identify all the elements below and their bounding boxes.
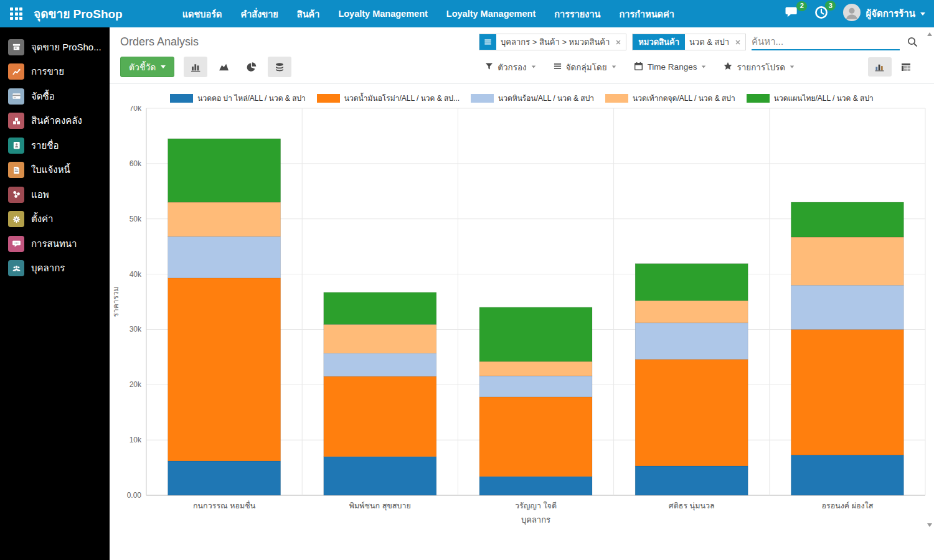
bar-segment[interactable] (791, 455, 903, 495)
pivot-view-button[interactable] (894, 57, 918, 77)
bar-segment[interactable] (479, 362, 592, 376)
x-tick-label: กนกวรรณ หอมชื่น (193, 500, 256, 510)
sidebar-item-label: ตั้งค่า (31, 212, 54, 226)
measures-button[interactable]: ตัวชี้วัด (120, 57, 174, 77)
messages-button[interactable]: 2 (785, 6, 800, 22)
funnel-icon (485, 62, 493, 72)
x-tick-label: วรัญญา ใจดี (515, 502, 557, 510)
menu-reporting[interactable]: การรายงาน (554, 7, 600, 21)
apps-grid-icon[interactable] (10, 7, 22, 20)
activities-button[interactable]: 3 (814, 6, 828, 22)
breadcrumb: Orders Analysis (120, 35, 199, 49)
bar-segment[interactable] (635, 323, 748, 360)
legend-item[interactable]: นวดแผนไทย/ALL / นวด & สปา (747, 92, 874, 104)
search-facet-category[interactable]: หมวดสินค้า นวด & สปา (632, 34, 746, 50)
x-tick-label: อรอนงค์ ผ่องใส (821, 502, 873, 510)
user-name: ผู้จัดการร้าน (866, 6, 915, 21)
bar-segment[interactable] (324, 324, 436, 353)
chevron-down-icon (161, 65, 166, 68)
scrollbar-down-arrow[interactable] (927, 523, 932, 527)
sidebar-item-label: การขาย (31, 64, 64, 79)
app-title[interactable]: จุดขาย ProShop (34, 4, 123, 23)
facet-remove-button[interactable] (614, 40, 626, 45)
bar-segment[interactable] (791, 237, 903, 285)
facet-value: บุคลากร > สินค้า > หมวดสินค้า (496, 35, 614, 49)
sidebar-item-settings[interactable]: ตั้งค่า (0, 207, 110, 232)
bar-segment[interactable] (324, 353, 436, 376)
bar-segment[interactable] (635, 359, 748, 465)
bar-segment[interactable] (324, 292, 436, 325)
sidebar-item-label: แอพ (31, 187, 49, 202)
bar-chart-type-button[interactable] (184, 57, 207, 77)
sidebar-item-purchase[interactable]: จัดซื้อ (0, 84, 110, 109)
sidebar-item-employees[interactable]: บุคลากร (0, 256, 110, 281)
graph-view-button[interactable] (868, 57, 892, 77)
legend-item[interactable]: นวดน้ำมันอโรม่า/ALL / นวด & สป... (317, 92, 460, 104)
bar-segment[interactable] (635, 301, 748, 323)
menu-dashboard[interactable]: แดชบอร์ด (182, 7, 222, 21)
bar-segment[interactable] (791, 202, 903, 237)
legend-item[interactable]: นวดเท้ากดจุด/ALL / นวด & สปา (605, 92, 735, 104)
groupby-button[interactable]: จัดกลุ่มโดย (554, 60, 616, 74)
menu-configuration[interactable]: การกำหนดค่า (620, 7, 674, 21)
bar-segment[interactable] (479, 397, 592, 477)
scrollbar-up-arrow[interactable] (927, 32, 932, 36)
top-navbar: จุดขาย ProShop แดชบอร์ด คำสั่งขาย สินค้า… (0, 0, 934, 27)
legend-item[interactable]: นวดคอ บ่า ไหล่/ALL / นวด & สปา (170, 92, 306, 104)
favorites-button[interactable]: รายการโปรด (724, 60, 795, 74)
bar-segment[interactable] (168, 202, 281, 236)
y-tick-label: 60k (130, 159, 142, 168)
user-menu[interactable]: ผู้จัดการร้าน (843, 4, 925, 24)
search-input[interactable] (752, 34, 900, 50)
bar-segment[interactable] (324, 376, 436, 457)
calendar-icon (634, 62, 643, 73)
area-chart-type-button[interactable] (212, 57, 235, 77)
bar-segment[interactable] (479, 477, 592, 495)
menu-loyalty-1[interactable]: Loyalty Management (338, 9, 427, 19)
search-icon[interactable] (907, 37, 918, 47)
menu-loyalty-2[interactable]: Loyalty Management (446, 9, 535, 19)
legend-swatch (605, 94, 628, 103)
bar-segment[interactable] (168, 236, 281, 278)
bar-segment[interactable] (791, 285, 903, 329)
speech-bubble-icon (8, 236, 24, 252)
sidebar-item-inventory[interactable]: สินค้าคงคลัง (0, 109, 110, 134)
bar-segment[interactable] (479, 376, 592, 397)
sidebar-item-pos[interactable]: จุดขาย ProSho... (0, 35, 110, 60)
chevron-down-icon (790, 66, 794, 68)
bar-segment[interactable] (324, 457, 436, 495)
legend-swatch (317, 94, 340, 103)
bar-segment[interactable] (635, 264, 748, 301)
sidebar-item-apps[interactable]: แอพ (0, 182, 110, 207)
menu-sales-orders[interactable]: คำสั่งขาย (240, 7, 278, 21)
bar-segment[interactable] (168, 461, 281, 495)
bar-segment[interactable] (168, 139, 281, 202)
navbar-systray: 2 3 ผู้จัดการร้าน (785, 4, 925, 24)
sidebar-item-sales[interactable]: การขาย (0, 60, 110, 85)
filters-button[interactable]: ตัวกรอง (485, 60, 535, 74)
avatar (843, 4, 861, 24)
y-tick-label: 0.00 (127, 491, 142, 500)
bar-segment[interactable] (168, 278, 281, 461)
time-ranges-button[interactable]: Time Ranges (634, 62, 707, 73)
app-sidebar: จุดขาย ProSho... การขาย จัดซื้อ สินค้าคง… (0, 27, 110, 560)
bar-segment[interactable] (479, 307, 592, 362)
facet-remove-button[interactable] (734, 40, 745, 45)
y-tick-label: 10k (130, 436, 142, 444)
menu-products[interactable]: สินค้า (297, 7, 320, 21)
sidebar-item-discuss[interactable]: การสนทนา (0, 231, 110, 256)
x-tick-label: ศติธร นุ่มนวล (669, 502, 715, 511)
bar-segment[interactable] (635, 466, 748, 495)
search-facet-groupby[interactable]: บุคลากร > สินค้า > หมวดสินค้า (479, 34, 626, 50)
sidebar-item-label: จุดขาย ProSho... (31, 40, 101, 55)
pie-chart-type-button[interactable] (240, 57, 263, 77)
sidebar-item-contacts[interactable]: รายชื่อ (0, 133, 110, 158)
sidebar-item-label: ใบแจ้งหนี้ (31, 162, 70, 177)
bar-segment[interactable] (791, 329, 903, 455)
sidebar-item-invoicing[interactable]: ใบแจ้งหนี้ (0, 158, 110, 183)
stacked-mode-button[interactable] (268, 57, 291, 77)
legend-item[interactable]: นวดหินร้อน/ALL / นวด & สปา (471, 92, 594, 104)
credit-card-icon (8, 88, 24, 105)
search-bar: บุคลากร > สินค้า > หมวดสินค้า หมวดสินค้า… (479, 34, 918, 50)
legend-label: นวดเท้ากดจุด/ALL / นวด & สปา (633, 92, 735, 104)
